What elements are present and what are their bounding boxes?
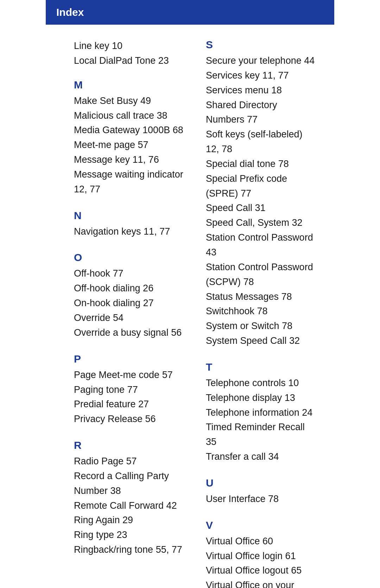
section-p: P Page Meet-me code 57 Paging tone 77 Pr… [74, 353, 185, 427]
list-item: System Speed Call 32 [206, 334, 317, 348]
section-letter-o: O [74, 252, 185, 264]
list-item: Telephone display 13 [206, 391, 317, 406]
section-m: M Make Set Busy 49 Malicious call trace … [74, 79, 185, 197]
list-item: System or Switch 78 [206, 319, 317, 334]
list-item: Line key 10 [74, 39, 185, 54]
header-title: Index [56, 6, 84, 18]
section-v: V Virtual Office 60 Virtual Office login… [206, 519, 317, 588]
list-item: Telephone controls 10 [206, 376, 317, 391]
list-item: Radio Page 57 [74, 454, 185, 469]
list-item: Meet-me page 57 [74, 138, 185, 153]
section-letter-v: V [206, 519, 317, 531]
list-item: Off-hook 77 [74, 266, 185, 281]
section-items-m: Make Set Busy 49 Malicious call trace 38… [74, 94, 185, 197]
section-r: R Radio Page 57 Record a Calling Party N… [74, 439, 185, 557]
list-item: Soft keys (self-labeled) 12, 78 [206, 127, 317, 157]
section-letter-u: U [206, 477, 317, 489]
list-item: Services menu 18 [206, 83, 317, 98]
list-item: Message waiting indicator 12, 77 [74, 167, 185, 197]
right-column: S Secure your telephone 44 Services key … [199, 39, 317, 588]
section-items-t: Telephone controls 10 Telephone display … [206, 376, 317, 464]
list-item: Station Control Password (SCPW) 78 [206, 260, 317, 290]
list-item: Page Meet-me code 57 [74, 368, 185, 383]
section-letter-s: S [206, 39, 317, 51]
section-items-n: Navigation keys 11, 77 [74, 224, 185, 239]
list-item: Virtual Office login 61 [206, 549, 317, 564]
list-item: Ringback/ring tone 55, 77 [74, 543, 185, 557]
list-item: Telephone information 24 [206, 406, 317, 420]
section-n: N Navigation keys 11, 77 [74, 210, 185, 239]
list-item: Ring type 23 [74, 528, 185, 543]
list-item: Off-hook dialing 26 [74, 281, 185, 296]
list-item: Speed Call 31 [206, 201, 317, 216]
section-u: U User Interface 78 [206, 477, 317, 507]
section-letter-r: R [74, 439, 185, 451]
list-item: Shared Directory Numbers 77 [206, 98, 317, 128]
list-item: Status Messages 78 [206, 290, 317, 304]
list-item: On-hook dialing 27 [74, 296, 185, 311]
list-item: Virtual Office on your office tele-phone… [206, 578, 317, 588]
list-item: Secure your telephone 44 [206, 54, 317, 68]
section-letter-p: P [74, 353, 185, 365]
list-item: Transfer a call 34 [206, 450, 317, 464]
content-area: Line key 10 Local DialPad Tone 23 M Make… [46, 25, 334, 588]
list-item: Special Prefix code (SPRE) 77 [206, 172, 317, 201]
section-letter-t: T [206, 361, 317, 373]
list-item: Local DialPad Tone 23 [74, 54, 185, 68]
list-item: Override a busy signal 56 [74, 326, 185, 340]
list-item: Record a Calling Party Number 38 [74, 469, 185, 499]
list-item: Make Set Busy 49 [74, 94, 185, 109]
list-item: Override 54 [74, 311, 185, 326]
section-items-u: User Interface 78 [206, 492, 317, 507]
section-t: T Telephone controls 10 Telephone displa… [206, 361, 317, 464]
list-item: Malicious call trace 38 [74, 109, 185, 123]
header-bar: Index [46, 0, 334, 25]
section-items-r: Radio Page 57 Record a Calling Party Num… [74, 454, 185, 557]
section-letter-m: M [74, 79, 185, 91]
list-item: Timed Reminder Recall 35 [206, 420, 317, 450]
list-item: Speed Call, System 32 [206, 216, 317, 230]
list-item: Predial feature 27 [74, 397, 185, 412]
list-item: Ring Again 29 [74, 513, 185, 528]
list-item: Virtual Office logout 65 [206, 563, 317, 578]
list-item: Station Control Password 43 [206, 230, 317, 260]
list-item: Privacy Release 56 [74, 412, 185, 427]
section-o: O Off-hook 77 Off-hook dialing 26 On-hoo… [74, 252, 185, 340]
section-items-s: Secure your telephone 44 Services key 11… [206, 54, 317, 348]
list-item: Message key 11, 76 [74, 153, 185, 167]
section-items-p: Page Meet-me code 57 Paging tone 77 Pred… [74, 368, 185, 427]
list-item: Special dial tone 78 [206, 157, 317, 172]
section-letter-n: N [74, 210, 185, 222]
list-item: Services key 11, 77 [206, 68, 317, 83]
list-item: Switchhook 78 [206, 304, 317, 319]
list-item: Remote Call Forward 42 [74, 499, 185, 513]
section-s: S Secure your telephone 44 Services key … [206, 39, 317, 348]
section-items-v: Virtual Office 60 Virtual Office login 6… [206, 534, 317, 588]
list-item: Paging tone 77 [74, 383, 185, 397]
list-item: Media Gateway 1000B 68 [74, 123, 185, 138]
list-item: User Interface 78 [206, 492, 317, 507]
intro-items: Line key 10 Local DialPad Tone 23 [74, 39, 185, 68]
section-items-o: Off-hook 77 Off-hook dialing 26 On-hook … [74, 266, 185, 340]
left-column: Line key 10 Local DialPad Tone 23 M Make… [74, 39, 199, 588]
list-item: Virtual Office 60 [206, 534, 317, 549]
list-item: Navigation keys 11, 77 [74, 224, 185, 239]
